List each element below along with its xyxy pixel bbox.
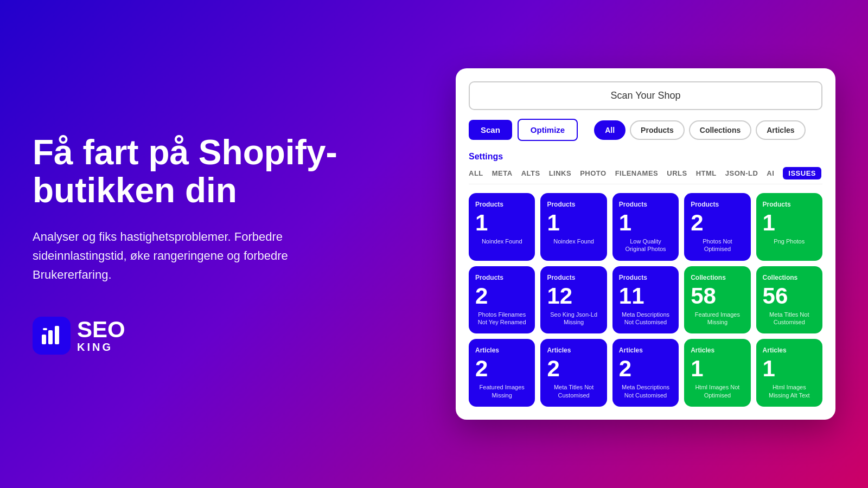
stat-card-4[interactable]: Products 1 Png Photos [756,193,822,261]
card-description: Png Photos [763,237,816,245]
tab-html[interactable]: HTML [696,169,717,177]
card-description: Html Images Not Optimised [691,383,744,399]
card-number: 56 [763,285,788,307]
stat-card-8[interactable]: Collections 58 Featured Images Missing [684,266,750,334]
card-description: Meta Descriptions Not Customised [619,383,672,399]
filter-products-button[interactable]: Products [630,120,685,140]
left-panel: Få fart på Shopify-butikken din Analyser… [33,133,347,355]
card-category: Products [547,274,575,281]
tab-urls[interactable]: URLS [667,169,687,177]
tab-ai[interactable]: AI [767,169,774,177]
card-description: Noindex Found [547,237,600,245]
card-number: 12 [547,285,572,307]
card-number: 1 [763,357,775,380]
card-number: 1 [763,211,775,234]
card-number: 1 [619,211,631,234]
stat-card-11[interactable]: Articles 2 Meta Titles Not Customised [540,339,607,407]
dashboard-card: Scan Your Shop Scan Optimize All Product… [456,68,835,420]
action-bar: Scan Optimize All Products Collections A… [469,119,822,141]
card-number: 11 [619,285,644,307]
card-category: Products [691,201,719,208]
stat-card-9[interactable]: Collections 56 Meta Titles Not Customise… [756,266,822,334]
card-category: Articles [475,346,499,354]
stat-card-7[interactable]: Products 11 Meta Descriptions Not Custom… [612,266,679,334]
card-category: Articles [763,346,787,354]
scan-button[interactable]: Scan [469,120,512,140]
card-category: Products [619,274,647,281]
card-description: Featured Images Missing [691,311,744,326]
card-description: Meta Descriptions Not Customised [619,311,672,326]
stat-card-10[interactable]: Articles 2 Featured Images Missing [469,339,535,407]
stat-card-6[interactable]: Products 12 Seo King Json-Ld Missing [540,266,607,334]
stat-card-1[interactable]: Products 1 Noindex Found [540,193,607,261]
cards-grid: Products 1 Noindex Found Products 1 Noin… [469,193,822,407]
card-description: Featured Images Missing [475,383,528,399]
card-number: 2 [619,357,631,380]
tab-all[interactable]: ALL [469,169,483,177]
filter-articles-button[interactable]: Articles [756,120,805,140]
stat-card-5[interactable]: Products 2 Photos Filenames Not Yey Rena… [469,266,535,334]
card-category: Products [475,201,503,208]
stat-card-2[interactable]: Products 1 Low Quality Original Photos [612,193,679,261]
stat-card-13[interactable]: Articles 1 Html Images Not Optimised [684,339,750,407]
tab-links[interactable]: LINKS [549,169,572,177]
tab-filenames[interactable]: FILENAMES [615,169,659,177]
svg-rect-1 [48,330,53,344]
card-description: Photos Not Optimised [691,237,744,253]
card-category: Collections [763,274,798,281]
logo-king-label: KING [77,341,125,354]
card-number: 1 [475,211,488,234]
card-description: Low Quality Original Photos [619,237,672,253]
card-description: Meta Titles Not Customised [763,311,816,326]
filter-group: All Products Collections Articles [594,120,805,140]
card-category: Articles [547,346,571,354]
card-category: Articles [691,346,714,354]
scan-your-shop-button[interactable]: Scan Your Shop [469,81,822,110]
card-number: 1 [691,357,703,380]
tab-issues[interactable]: ISSUES [783,167,821,179]
card-number: 2 [691,211,703,234]
settings-label: Settings [469,152,822,162]
card-description: Meta Titles Not Customised [547,383,600,399]
sub-text: Analyser og fiks hastighetsproblemer. Fo… [33,227,347,285]
logo-svg-icon [40,324,63,348]
main-heading: Få fart på Shopify-butikken din [33,133,347,210]
card-category: Articles [619,346,643,354]
logo-icon [33,317,71,355]
filter-collections-button[interactable]: Collections [689,120,751,140]
tab-photo[interactable]: PHOTO [580,169,607,177]
card-description: Html Images Missing Alt Text [763,383,816,399]
card-description: Seo King Json-Ld Missing [547,311,600,326]
tab-meta[interactable]: META [492,169,513,177]
stat-card-0[interactable]: Products 1 Noindex Found [469,193,535,261]
card-category: Products [475,274,503,281]
card-category: Products [619,201,647,208]
card-description: Noindex Found [475,237,528,245]
filter-all-button[interactable]: All [594,120,626,140]
settings-tabs: ALL META ALTS LINKS PHOTO FILENAMES URLS… [469,167,822,184]
tab-json-ld[interactable]: JSON-LD [725,169,758,177]
svg-rect-0 [42,335,46,344]
optimize-button[interactable]: Optimize [518,119,578,141]
card-number: 2 [547,357,559,380]
card-description: Photos Filenames Not Yey Renamed [475,311,528,326]
card-category: Collections [691,274,726,281]
card-category: Products [763,201,791,208]
card-number: 2 [475,285,488,307]
logo-container: SEO KING [33,317,347,355]
tab-alts[interactable]: ALTS [521,169,540,177]
stat-card-3[interactable]: Products 2 Photos Not Optimised [684,193,750,261]
card-category: Products [547,201,575,208]
logo-seo-label: SEO [77,318,125,341]
stat-card-14[interactable]: Articles 1 Html Images Missing Alt Text [756,339,822,407]
stat-card-12[interactable]: Articles 2 Meta Descriptions Not Customi… [612,339,679,407]
card-number: 2 [475,357,488,380]
svg-rect-3 [43,328,47,330]
logo-text-group: SEO KING [77,318,125,354]
card-number: 1 [547,211,559,234]
card-number: 58 [691,285,716,307]
svg-rect-2 [55,326,59,344]
